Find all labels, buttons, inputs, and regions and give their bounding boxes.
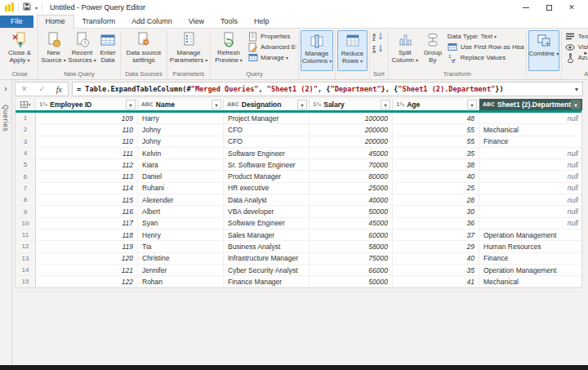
grid-cell[interactable]: Tia: [138, 241, 224, 252]
grid-cell[interactable]: 28: [393, 194, 479, 205]
grid-cell[interactable]: null: [479, 113, 583, 123]
grid-cell[interactable]: Alexender: [138, 194, 224, 205]
grid-cell[interactable]: 35: [393, 265, 479, 275]
split-column-button[interactable]: Split Column: [390, 30, 420, 69]
grid-cell[interactable]: 41: [393, 276, 479, 287]
grid-cell[interactable]: 29: [393, 241, 479, 252]
filter-dropdown-icon[interactable]: ▾: [467, 100, 477, 109]
grid-cell[interactable]: CFO: [224, 136, 310, 147]
menu-tab-help[interactable]: Help: [246, 16, 278, 28]
grid-cell[interactable]: Kelvin: [138, 148, 224, 158]
text-analytics-button[interactable]: Text Analytics: [564, 31, 588, 42]
grid-cell[interactable]: Human Resources: [479, 241, 583, 252]
grid-cell[interactable]: Albert: [138, 206, 224, 216]
grid-cell[interactable]: HR executive: [224, 183, 310, 194]
column-header-salary[interactable]: 1²₃Salary▾: [310, 99, 393, 110]
grid-cell[interactable]: 40000: [310, 194, 393, 205]
menu-tab-add-column[interactable]: Add Column: [123, 16, 180, 28]
sort-descending-icon[interactable]: ZA: [372, 44, 385, 55]
grid-cell[interactable]: 200000: [310, 136, 393, 147]
grid-cell[interactable]: Daniel: [138, 171, 224, 181]
grid-cell[interactable]: 122: [36, 276, 138, 287]
manage-button[interactable]: Manage: [246, 52, 296, 63]
column-header-age[interactable]: 1²₃Age▾: [393, 99, 479, 110]
grid-cell[interactable]: Mechanical: [479, 276, 583, 287]
grid-cell[interactable]: Johny: [138, 136, 224, 147]
grid-cell[interactable]: null: [479, 148, 583, 158]
column-header-name[interactable]: ABCName▾: [138, 99, 224, 110]
grid-cell[interactable]: 118: [36, 230, 138, 240]
grid-cell[interactable]: Finance: [479, 253, 583, 264]
grid-cell[interactable]: 75000: [310, 253, 393, 264]
grid-cell[interactable]: Sales Manager: [224, 230, 310, 240]
grid-cell[interactable]: VBA developer: [224, 206, 310, 216]
grid-cell[interactable]: Software Engineer: [224, 148, 310, 158]
menu-tab-view[interactable]: View: [180, 16, 212, 28]
grid-cell[interactable]: 113: [36, 171, 138, 181]
grid-cell[interactable]: Syan: [138, 218, 224, 229]
filter-dropdown-icon[interactable]: ▾: [381, 100, 390, 109]
grid-cell[interactable]: null: [479, 218, 583, 229]
group-by-button[interactable]: Group By: [421, 30, 445, 69]
grid-cell[interactable]: Project Manager: [224, 113, 310, 123]
grid-cell[interactable]: Mechanical: [479, 124, 583, 135]
grid-cell[interactable]: 120: [36, 253, 138, 264]
grid-cell[interactable]: null: [479, 194, 583, 205]
row-number[interactable]: 4: [16, 148, 36, 158]
menu-tab-transform[interactable]: Transform: [74, 16, 124, 28]
grid-cell[interactable]: 40: [393, 253, 479, 264]
ribbon-overflow-icon[interactable]: ▸: [584, 50, 587, 56]
formula-input[interactable]: = Table.ExpandTableColumn(#"Merged Queri…: [72, 82, 583, 96]
row-number[interactable]: 11: [16, 230, 36, 240]
sort-ascending-icon[interactable]: AZ: [372, 32, 385, 42]
row-number[interactable]: 8: [16, 194, 36, 205]
grid-cell[interactable]: Cyber Security Analyst: [224, 265, 310, 275]
replace-values-button[interactable]: 12 Replace Values: [446, 52, 524, 63]
grid-cell[interactable]: 117: [36, 218, 138, 229]
grid-cell[interactable]: Operation Management: [479, 230, 583, 240]
grid-cell[interactable]: 48: [393, 113, 479, 123]
row-number[interactable]: 7: [16, 183, 36, 194]
grid-cell[interactable]: null: [479, 171, 583, 181]
grid-cell[interactable]: 111: [36, 148, 138, 158]
grid-cell[interactable]: null: [479, 159, 583, 170]
grid-cell[interactable]: 115: [36, 194, 138, 205]
grid-cell[interactable]: 25: [393, 183, 479, 194]
grid-cell[interactable]: 119: [36, 241, 138, 252]
grid-cell[interactable]: 55: [393, 136, 479, 147]
grid-cell[interactable]: Kiara: [138, 159, 224, 170]
data-source-settings-button[interactable]: Data source settings: [122, 30, 165, 69]
formula-expand-icon[interactable]: ▾: [575, 86, 578, 93]
grid-cell[interactable]: Jennifer: [138, 265, 224, 275]
column-header-employee-id[interactable]: 1²₃Employee ID▾: [36, 99, 138, 110]
grid-cell[interactable]: 45000: [310, 148, 393, 158]
row-number[interactable]: 9: [16, 206, 36, 216]
grid-cell[interactable]: 58000: [310, 241, 393, 252]
combine-button[interactable]: Combine: [528, 30, 559, 71]
grid-cell[interactable]: 100000: [310, 113, 393, 123]
grid-cell[interactable]: 45000: [310, 218, 393, 229]
advanced-editor-button[interactable]: Advanced Editor: [246, 42, 296, 52]
formula-cancel-icon[interactable]: ✕: [21, 85, 28, 93]
filter-dropdown-icon[interactable]: ▾: [571, 100, 581, 109]
row-number[interactable]: 10: [16, 218, 36, 229]
grid-cell[interactable]: 25000: [310, 183, 393, 194]
formula-text[interactable]: = Table.ExpandTableColumn(#"Merged Queri…: [77, 85, 572, 93]
grid-cell[interactable]: 80000: [310, 171, 393, 181]
enter-data-button[interactable]: Enter Data: [97, 30, 118, 69]
grid-cell[interactable]: 121: [36, 265, 138, 275]
menu-tab-file[interactable]: File: [0, 16, 33, 28]
refresh-preview-button[interactable]: Refresh Preview: [212, 30, 245, 69]
grid-cell[interactable]: Finance: [479, 136, 583, 147]
recent-sources-button[interactable]: Recent Sources: [68, 30, 96, 69]
new-source-button[interactable]: New Source: [40, 30, 67, 69]
quick-access-dropdown-icon[interactable]: ▾: [35, 5, 38, 11]
fx-icon[interactable]: fx: [56, 85, 62, 94]
close-button[interactable]: ✕: [560, 0, 583, 15]
row-number[interactable]: 1: [16, 113, 36, 123]
filter-dropdown-icon[interactable]: ▾: [126, 100, 136, 109]
grid-cell[interactable]: Product Manager: [224, 171, 310, 181]
minimize-button[interactable]: [514, 0, 537, 15]
grid-cell[interactable]: Johny: [138, 124, 224, 135]
grid-cell[interactable]: Henry: [138, 230, 224, 240]
